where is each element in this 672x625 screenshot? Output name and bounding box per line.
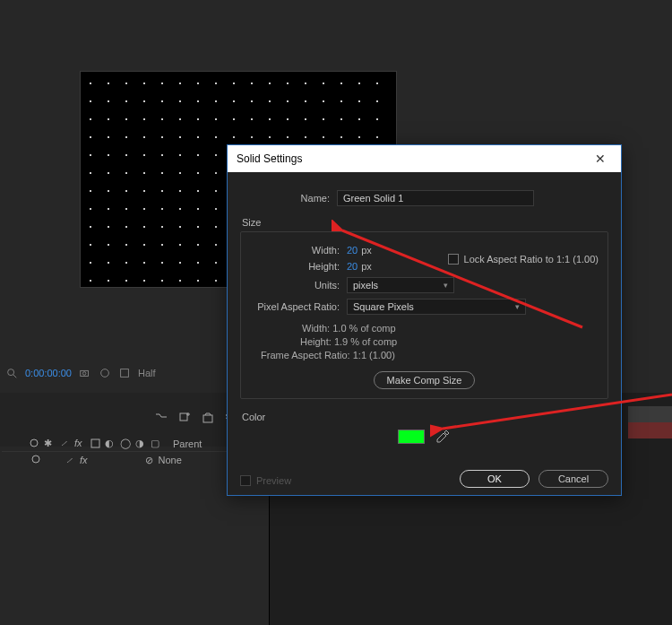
lock-aspect-label: Lock Aspect Ratio to 1:1 (1.00) <box>464 254 599 265</box>
shy-icon[interactable] <box>29 438 40 449</box>
svg-point-3 <box>82 372 86 376</box>
motion-blur-icon[interactable]: ◯ <box>120 438 132 449</box>
par-value: Square Pixels <box>353 301 414 312</box>
width-unit: px <box>361 245 372 256</box>
channel-icon[interactable] <box>118 367 131 379</box>
ok-button[interactable]: OK <box>460 470 530 488</box>
name-input[interactable] <box>337 190 534 206</box>
parent-none[interactable]: None <box>159 455 182 465</box>
parent-column-label: Parent <box>173 438 202 449</box>
width-label: Width: <box>250 245 347 256</box>
resolution-dropdown[interactable]: Half <box>138 368 156 378</box>
svg-line-1 <box>13 375 17 378</box>
solid-settings-dialog: Solid Settings ✕ Name: Size Width: 20 px… <box>227 144 622 496</box>
preview-checkbox[interactable] <box>240 475 251 486</box>
timeline-header-strip <box>628 406 672 422</box>
quality-icon[interactable] <box>90 438 101 449</box>
threed-icon[interactable]: ▢ <box>151 438 162 449</box>
make-comp-size-button[interactable]: Make Comp Size <box>374 371 476 389</box>
lock-aspect-checkbox[interactable]: Lock Aspect Ratio to 1:1 (1.00) <box>448 254 599 265</box>
info-width: Width: 1.0 % of comp <box>277 322 599 335</box>
color-section-title: Color <box>242 412 608 422</box>
chevron-down-icon: ▾ <box>444 281 448 290</box>
chevron-down-icon: ▾ <box>515 302 520 311</box>
name-label: Name: <box>240 193 337 204</box>
cancel-button[interactable]: Cancel <box>538 470 608 488</box>
svg-point-9 <box>30 439 38 447</box>
height-unit: px <box>361 261 372 272</box>
layer-slash-icon[interactable]: ⟋ <box>65 455 74 465</box>
workspace: 0:00:00:00 Half ✱ ⟋ fx <box>0 0 672 625</box>
eyedropper-icon[interactable] <box>434 428 452 446</box>
checkbox-icon <box>448 254 459 265</box>
adjust-icon[interactable]: ◑ <box>135 438 147 449</box>
size-section-title: Size <box>242 217 608 228</box>
units-value: pixels <box>353 280 378 291</box>
blend-icon[interactable]: ◐ <box>105 438 116 449</box>
par-label: Pixel Aspect Ratio: <box>250 301 347 312</box>
bin-icon[interactable] <box>201 411 215 425</box>
units-select[interactable]: pixels ▾ <box>347 277 454 293</box>
layer-shy-icon[interactable] <box>30 454 42 467</box>
av-icon[interactable]: ✱ <box>44 438 56 449</box>
width-input[interactable]: 20 <box>347 245 358 256</box>
color-swatch[interactable] <box>398 430 425 444</box>
svg-point-4 <box>101 369 109 378</box>
svg-rect-7 <box>203 415 212 422</box>
draft-quality-icon[interactable] <box>99 367 111 379</box>
layer-fx-icon[interactable]: fx <box>80 455 88 465</box>
svg-point-0 <box>8 369 14 376</box>
units-label: Units: <box>250 280 347 291</box>
height-label: Height: <box>250 261 347 272</box>
info-height: Height: 1.9 % of comp <box>277 335 599 349</box>
timeline-cache-bar <box>628 422 672 438</box>
info-far: Frame Aspect Ratio: 1:1 (1.00) <box>261 349 599 362</box>
fx-label: fx <box>74 438 86 449</box>
parent-link-icon[interactable]: ⊘ <box>145 455 153 466</box>
par-select[interactable]: Square Pixels ▾ <box>347 299 526 315</box>
camera-icon[interactable] <box>79 367 91 379</box>
close-icon[interactable]: ✕ <box>587 152 614 166</box>
svg-rect-5 <box>121 369 129 378</box>
svg-rect-6 <box>180 413 187 421</box>
size-section: Width: 20 px Lock Aspect Ratio to 1:1 (1… <box>240 231 608 399</box>
svg-rect-10 <box>91 439 99 447</box>
flow-icon[interactable] <box>154 411 168 425</box>
dialog-titlebar[interactable]: Solid Settings ✕ <box>228 145 621 172</box>
preview-label: Preview <box>256 475 291 486</box>
svg-point-11 <box>32 456 39 463</box>
magnify-icon[interactable] <box>5 367 18 379</box>
effects-icon[interactable]: ⟋ <box>59 438 71 449</box>
dialog-title: Solid Settings <box>237 152 302 165</box>
height-input[interactable]: 20 <box>347 261 358 272</box>
new-layer-icon[interactable] <box>177 411 192 425</box>
timecode[interactable]: 0:00:00:00 <box>25 368 72 378</box>
